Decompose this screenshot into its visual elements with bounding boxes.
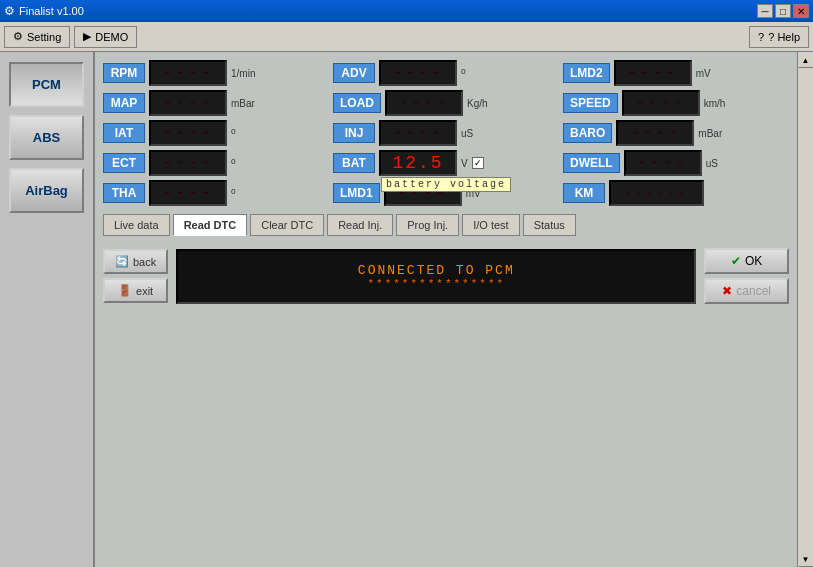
- ok-check-icon: ✔: [731, 254, 741, 268]
- sidebar-item-airbag[interactable]: AirBag: [9, 168, 84, 213]
- gauge-lmd2-label: LMD2: [563, 63, 610, 83]
- close-button[interactable]: ✕: [793, 4, 809, 18]
- gauge-speed: SPEED ---- km/h: [563, 90, 789, 116]
- gauge-bat: BAT 12.5 battery voltage V ✓: [333, 150, 559, 176]
- gauge-baro-label: BARO: [563, 123, 612, 143]
- title-bar: ⚙ Finalist v1.00 ─ □ ✕: [0, 0, 813, 22]
- tabs-row: Live data Read DTC Clear DTC Read Inj. P…: [103, 214, 789, 236]
- bottom-bar: 🔄 back 🚪 exit CONNECTED TO PCM *********…: [103, 248, 789, 304]
- gauge-bat-unit: V: [461, 158, 468, 169]
- demo-icon: ▶: [83, 30, 91, 43]
- gauge-inj: INJ ---- uS: [333, 120, 559, 146]
- back-button[interactable]: 🔄 back: [103, 249, 168, 274]
- title-bar-left: ⚙ Finalist v1.00: [4, 4, 84, 18]
- gauge-adv-display: ----: [379, 60, 457, 86]
- back-icon: 🔄: [115, 255, 129, 268]
- gauge-baro: BARO ---- mBar: [563, 120, 789, 146]
- scroll-up-button[interactable]: ▲: [798, 52, 814, 68]
- gauge-speed-label: SPEED: [563, 93, 618, 113]
- bat-tooltip: battery voltage: [381, 177, 511, 192]
- gauge-lmd1-label: LMD1: [333, 183, 380, 203]
- gauge-rpm-label: RPM: [103, 63, 145, 83]
- status-display: CONNECTED TO PCM ****************: [176, 249, 696, 304]
- gauge-load-display: ----: [385, 90, 463, 116]
- right-buttons: ✔ OK ✖ cancel: [704, 248, 789, 304]
- setting-button[interactable]: ⚙ Setting: [4, 26, 70, 48]
- gauge-load-unit: Kg/h: [467, 98, 488, 109]
- gauge-inj-label: INJ: [333, 123, 375, 143]
- gauge-rpm: RPM ---- 1/min: [103, 60, 329, 86]
- gauge-load-label: LOAD: [333, 93, 381, 113]
- gauge-ect-display: ----: [149, 150, 227, 176]
- gauge-dwell-unit: uS: [706, 158, 718, 169]
- status-line1: CONNECTED TO PCM: [358, 263, 515, 278]
- gauge-bat-value: 12.5: [392, 153, 443, 173]
- sidebar-item-pcm[interactable]: PCM: [9, 62, 84, 107]
- help-icon: ?: [758, 31, 764, 43]
- cancel-x-icon: ✖: [722, 284, 732, 298]
- gauge-map-display: ----: [149, 90, 227, 116]
- tab-prog-inj[interactable]: Prog Inj.: [396, 214, 459, 236]
- gauge-inj-display: ----: [379, 120, 457, 146]
- gauge-lmd2: LMD2 ---- mV: [563, 60, 789, 86]
- gauge-dwell-display: ----: [624, 150, 702, 176]
- gauge-km-display: ------: [609, 180, 704, 206]
- setting-icon: ⚙: [13, 30, 23, 43]
- gauge-iat: IAT ---- o: [103, 120, 329, 146]
- gauge-lmd2-unit: mV: [696, 68, 711, 79]
- gauge-map-label: MAP: [103, 93, 145, 113]
- main-content: PCM ABS AirBag RPM ---- 1/min ADV ---- o…: [0, 52, 813, 567]
- gauge-bat-display: 12.5 battery voltage: [379, 150, 457, 176]
- gauge-baro-display: ----: [616, 120, 694, 146]
- minimize-button[interactable]: ─: [757, 4, 773, 18]
- gauge-rpm-display: ----: [149, 60, 227, 86]
- bat-checkbox[interactable]: ✓: [472, 157, 484, 169]
- gauge-baro-unit: mBar: [698, 128, 722, 139]
- exit-icon: 🚪: [118, 284, 132, 297]
- gauge-ect-unit: o: [231, 156, 236, 170]
- demo-button[interactable]: ▶ DEMO: [74, 26, 137, 48]
- gauge-tha-display: ----: [149, 180, 227, 206]
- gauge-km: KM ------: [563, 180, 789, 206]
- menu-bar: ⚙ Setting ▶ DEMO ? ? Help: [0, 22, 813, 52]
- maximize-button[interactable]: □: [775, 4, 791, 18]
- tab-io-test[interactable]: I/O test: [462, 214, 519, 236]
- gauge-dwell: DWELL ---- uS: [563, 150, 789, 176]
- tab-status[interactable]: Status: [523, 214, 576, 236]
- gauge-adv-unit: o: [461, 66, 466, 80]
- sidebar: PCM ABS AirBag: [0, 52, 95, 567]
- sidebar-item-abs[interactable]: ABS: [9, 115, 84, 160]
- gauge-dwell-label: DWELL: [563, 153, 620, 173]
- gauge-tha: THA ---- o: [103, 180, 329, 206]
- gauge-km-label: KM: [563, 183, 605, 203]
- gauge-grid: RPM ---- 1/min ADV ---- o LMD2 ---- mV M…: [103, 60, 789, 206]
- gauge-lmd2-display: ----: [614, 60, 692, 86]
- tab-clear-dtc[interactable]: Clear DTC: [250, 214, 324, 236]
- gauge-iat-display: ----: [149, 120, 227, 146]
- tab-read-dtc[interactable]: Read DTC: [173, 214, 248, 236]
- gauge-tha-unit: o: [231, 186, 236, 200]
- gauge-speed-unit: km/h: [704, 98, 726, 109]
- tab-read-inj[interactable]: Read Inj.: [327, 214, 393, 236]
- scroll-down-button[interactable]: ▼: [798, 551, 814, 567]
- status-line2: ****************: [367, 278, 505, 290]
- ok-button[interactable]: ✔ OK: [704, 248, 789, 274]
- scrollbar: ▲ ▼: [797, 52, 813, 567]
- gauge-speed-display: ----: [622, 90, 700, 116]
- right-panel: RPM ---- 1/min ADV ---- o LMD2 ---- mV M…: [95, 52, 797, 567]
- cancel-button[interactable]: ✖ cancel: [704, 278, 789, 304]
- gauge-ect-label: ECT: [103, 153, 145, 173]
- gauge-iat-unit: o: [231, 126, 236, 140]
- tab-live-data[interactable]: Live data: [103, 214, 170, 236]
- gauge-ect: ECT ---- o: [103, 150, 329, 176]
- exit-button[interactable]: 🚪 exit: [103, 278, 168, 303]
- gauge-iat-label: IAT: [103, 123, 145, 143]
- gauge-map: MAP ---- mBar: [103, 90, 329, 116]
- title-bar-controls: ─ □ ✕: [757, 4, 809, 18]
- gauge-rpm-unit: 1/min: [231, 68, 255, 79]
- gauge-map-unit: mBar: [231, 98, 255, 109]
- gauge-load: LOAD ---- Kg/h: [333, 90, 559, 116]
- help-button[interactable]: ? ? Help: [749, 26, 809, 48]
- gauge-inj-unit: uS: [461, 128, 473, 139]
- gauge-adv: ADV ---- o: [333, 60, 559, 86]
